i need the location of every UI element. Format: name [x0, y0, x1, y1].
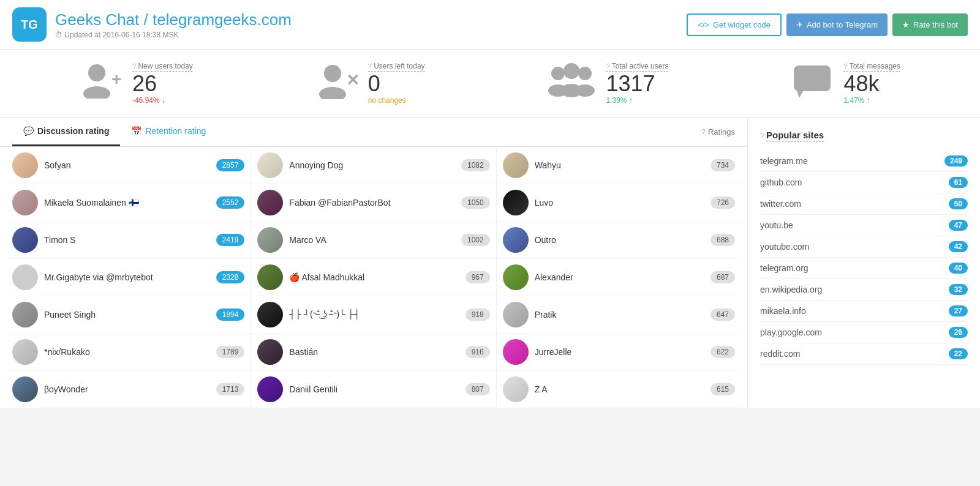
user-score-badge: 1713 [216, 383, 245, 395]
site-count-badge: 47 [949, 220, 968, 231]
user-score-badge: 2857 [216, 159, 245, 171]
avatar [257, 227, 283, 253]
tab-discussion[interactable]: 💬 Discussion rating [12, 118, 120, 146]
avatar [12, 227, 38, 253]
site-name-label: youtube.com [760, 242, 809, 252]
user-score-badge: 688 [710, 234, 735, 246]
avatar [257, 302, 283, 327]
avatar [12, 302, 38, 327]
tab-group: 💬 Discussion rating 📅 Retention rating [12, 118, 217, 146]
list-item: en.wikipedia.org32 [760, 279, 968, 301]
svg-text:+: + [111, 70, 121, 89]
avatar [257, 376, 283, 402]
header-title-group: Geeks Chat / telegramgeeks.com ⏱ Updated… [55, 10, 292, 39]
active-users-change: 1.39% ↑ [606, 96, 668, 105]
popular-sites-header: ? Popular sites [760, 130, 968, 151]
avatar [503, 339, 529, 365]
svg-rect-12 [794, 65, 831, 91]
user-name-label: Outro [535, 235, 704, 245]
list-item: youtube.com42 [760, 236, 968, 258]
user-score-badge: 1789 [216, 346, 245, 358]
user-name-label: Bastián [289, 347, 459, 357]
avatar [257, 152, 283, 178]
site-name-label: telegram.org [760, 263, 809, 273]
new-users-info: ? New users today 26 -46.94% ↓ [132, 62, 193, 105]
list-item: βoyWonder1713 [6, 371, 251, 408]
user-score-badge: 918 [466, 308, 490, 321]
add-bot-button[interactable]: ✈ Add bot to Telegram [786, 13, 888, 36]
list-item: Daniil Gentili807 [251, 371, 496, 408]
user-name-label: Fabian @FabianPastorBot [289, 198, 455, 207]
user-name-label: Timon S [44, 235, 210, 245]
user-name-label: ┤├ ┘(˵¯̴͑ ͜ʖ ¯̴͑˵)└ ├┤ [289, 309, 459, 320]
user-name-label: Alexander [535, 272, 704, 282]
user-score-badge: 1050 [461, 196, 490, 209]
list-item: Puneet Singh1894 [6, 296, 251, 334]
avatar [12, 339, 38, 365]
list-item: Outro688 [497, 222, 741, 259]
ratings-link[interactable]: ? Ratings [702, 119, 735, 145]
clock-icon: ⏱ [55, 31, 62, 39]
help-icon5: ? [702, 128, 706, 135]
stat-total-messages: ? Total messages 48k 1.47% ↑ [791, 62, 900, 105]
stat-users-left: ✕ ? Users left today 0 no changes [315, 62, 425, 105]
user-name-label: *nix/Rukako [44, 347, 210, 357]
active-users-info: ? Total active users 1317 1.39% ↑ [606, 62, 668, 105]
site-count-badge: 50 [949, 198, 968, 209]
stats-bar: + ? New users today 26 -46.94% ↓ ✕ ? Use… [0, 50, 980, 118]
list-item: play.google.com26 [760, 322, 968, 343]
user-score-badge: 2552 [216, 196, 245, 209]
list-item: twitter.com50 [760, 193, 968, 215]
svg-marker-13 [797, 91, 803, 98]
list-item: youtu.be47 [760, 215, 968, 236]
avatar [503, 376, 529, 402]
tab-retention[interactable]: 📅 Retention rating [120, 118, 217, 146]
users-left-icon: ✕ [315, 62, 358, 104]
site-name-label: github.com [760, 178, 802, 187]
list-item: reddit.com22 [760, 343, 968, 365]
help-icon3: ? [606, 62, 609, 70]
user-score-badge: 916 [466, 346, 490, 358]
user-score-badge: 1002 [461, 234, 490, 246]
help-icon4: ? [843, 62, 847, 70]
svg-point-8 [564, 63, 579, 79]
user-name-label: Mikaela Suomalainen 🇫🇮 [44, 198, 210, 207]
active-users-icon [547, 62, 596, 104]
user-score-badge: 622 [710, 346, 735, 358]
total-messages-icon [791, 62, 834, 104]
svg-text:✕: ✕ [346, 71, 358, 89]
total-messages-change: 1.47% ↑ [843, 96, 900, 105]
avatar [503, 302, 529, 327]
svg-point-6 [551, 67, 565, 80]
list-item: telegram.org40 [760, 258, 968, 279]
user-score-badge: 726 [710, 196, 735, 209]
user-col-1: Sofyan2857Mikaela Suomalainen 🇫🇮2552Timo… [6, 147, 251, 408]
users-left-change: no changes [368, 96, 425, 105]
get-widget-button[interactable]: </> Get widget code [687, 13, 782, 36]
list-item: Timon S2419 [6, 222, 251, 259]
avatar [257, 190, 283, 215]
user-score-badge: 2419 [216, 234, 245, 246]
user-score-badge: 647 [710, 308, 735, 321]
user-table: Sofyan2857Mikaela Suomalainen 🇫🇮2552Timo… [0, 147, 747, 408]
tabs-bar: 💬 Discussion rating 📅 Retention rating ?… [0, 118, 747, 147]
list-item: Bastián916 [251, 334, 496, 371]
list-item: *nix/Rukako1789 [6, 334, 251, 371]
page-title: Geeks Chat / telegramgeeks.com [55, 10, 292, 29]
updated-time: ⏱ Updated at 2016-06-16 18:38 MSK [55, 31, 292, 39]
help-icon2: ? [368, 62, 372, 70]
site-count-badge: 27 [949, 305, 968, 316]
user-name-label: Sofyan [44, 160, 210, 170]
total-messages-info: ? Total messages 48k 1.47% ↑ [843, 62, 900, 105]
rate-bot-button[interactable]: ★ Rate this bot [892, 13, 968, 36]
avatar [503, 152, 529, 178]
active-users-label: ? Total active users [606, 62, 668, 72]
site-name-label: en.wikipedia.org [760, 285, 822, 294]
stat-new-users: + ? New users today 26 -46.94% ↓ [80, 62, 193, 105]
user-name-label: Mr.Gigabyte via @mrbytebot [44, 272, 210, 282]
user-name-label: Wahyu [535, 160, 704, 170]
user-score-badge: 1082 [461, 159, 490, 171]
list-item: JurreJelle622 [497, 334, 741, 371]
svg-point-4 [319, 87, 346, 99]
site-count-badge: 32 [949, 284, 968, 295]
